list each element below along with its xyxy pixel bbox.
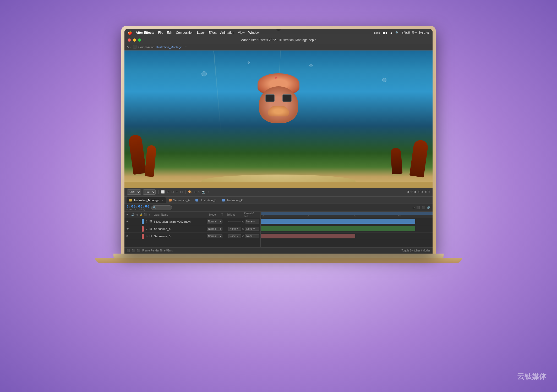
layer-3-trkmat[interactable]: None ▾ [228, 234, 241, 238]
layer-3-parent[interactable]: None ▾ [245, 234, 259, 238]
window-menu[interactable]: Window [248, 31, 260, 35]
close-panel-icon[interactable]: ✕ [127, 45, 129, 49]
layer-3-type-icon: 🎞 [150, 235, 153, 238]
track-row-2 [261, 225, 433, 233]
timeline-link-btn[interactable]: 🔗 [427, 206, 430, 209]
tracks-panel: 0s 2s 4s 6s [261, 212, 433, 247]
layer-2-mode-selector[interactable]: Normal ▾ [207, 227, 222, 231]
search-icon[interactable]: 🔍 [395, 31, 399, 35]
layer-2-color [142, 226, 144, 232]
guides-btn[interactable]: ⊡ [171, 190, 174, 194]
col-label: ⬛ [144, 213, 148, 216]
close-button[interactable] [128, 38, 131, 42]
comp-panel-header: ✕ ▪ ⬛ Composition Illustration_Montage ≡ [124, 44, 433, 51]
layer-1-mode-selector[interactable]: Normal ▾ [207, 220, 222, 223]
toggle-switches-modes[interactable]: Toggle Switches / Modes [401, 249, 430, 252]
preview-controls[interactable]: ⬛ [137, 249, 140, 252]
color-picker-btn[interactable]: 🎨 [188, 190, 192, 194]
app-name-menu[interactable]: After Effects [136, 31, 154, 35]
timeline-body: 👁 🔊 ◎ 🔒 ⬛ # Layer Name Mode T TrkMat [124, 212, 433, 247]
creature-face [259, 86, 298, 123]
tab-menu-icon[interactable]: ≡ [162, 199, 163, 201]
layer-2-parent[interactable]: None ▾ [245, 227, 259, 231]
animation-menu[interactable]: Animation [220, 31, 234, 35]
composition-menu[interactable]: Composition [176, 31, 193, 35]
layer-1-num: 1 [145, 220, 149, 223]
timeline-layer-btn[interactable]: ⬛ [416, 206, 420, 209]
layer-1-link-icon: ⊙ [242, 220, 244, 223]
bubble-2 [309, 64, 313, 67]
playhead-indicator[interactable] [261, 212, 261, 218]
layer-1-visibility[interactable]: 👁 [125, 220, 129, 223]
layer-1-name[interactable]: [illustration_anim_v002.mov] [154, 220, 206, 223]
current-timecode[interactable]: 0:00:00:00 [127, 204, 150, 208]
tab-sequence-a[interactable]: Sequence_A [166, 197, 192, 203]
composition-label: Composition [138, 46, 154, 49]
layer-menu[interactable]: Layer [197, 31, 205, 35]
eye-right [282, 94, 292, 102]
track-bar-1[interactable] [261, 219, 415, 224]
grid-btn[interactable]: ⊞ [167, 190, 169, 194]
layers-panel: 👁 🔊 ◎ 🔒 ⬛ # Layer Name Mode T TrkMat [124, 212, 261, 247]
timeline-options-btn[interactable]: ⇄ [412, 206, 415, 209]
layer-3-num: 3 [145, 235, 149, 238]
panel-menu-icon[interactable]: ≡ [185, 46, 187, 49]
tab-illustration-c[interactable]: Illustration_C [220, 197, 246, 203]
snapshot-btn[interactable]: ○ [207, 191, 209, 194]
edit-menu[interactable]: Edit [167, 31, 172, 35]
col-t-header: T [221, 213, 226, 216]
camera-btn[interactable]: 📷 [202, 190, 205, 194]
effect-menu[interactable]: Effect [209, 31, 216, 35]
layer-3-name[interactable]: Sequence_B [154, 235, 206, 238]
quality-selector[interactable]: Full [143, 189, 156, 195]
tab-illustration-b[interactable]: Illustration_B [193, 197, 219, 203]
tab-label-illus-b: Illustration_B [200, 199, 216, 202]
render-controls[interactable]: ⬛ [127, 249, 130, 252]
view-menu[interactable]: View [238, 31, 245, 35]
track-bar-2[interactable] [261, 226, 415, 231]
layer-search-input[interactable] [151, 205, 172, 210]
battery-icon: ▮▮▮ [383, 31, 387, 35]
file-menu[interactable]: File [158, 31, 163, 35]
ruler-mark-2s: 2s [307, 214, 310, 217]
col-audio-icon: 🔊 [131, 213, 134, 216]
watermark-text: 云钛媒体 [517, 372, 547, 380]
help-menu[interactable]: Help [374, 31, 380, 34]
timeline-switch-btn[interactable]: ⬛ [422, 206, 425, 209]
layer-1-color [142, 219, 144, 224]
apple-logo-icon[interactable]: 🍎 [128, 31, 132, 35]
tab-illustration-montage[interactable]: Illustration_Montage ≡ [127, 197, 166, 203]
minimize-button[interactable] [133, 38, 136, 42]
beak [268, 106, 289, 116]
tab-color-illus-c [222, 199, 225, 201]
rulers-btn[interactable]: ⊟ [176, 190, 178, 194]
layer-3-mode-selector[interactable]: Normal ▾ [207, 234, 222, 238]
mask-btn[interactable]: ⊠ [180, 190, 183, 194]
layer-3-visibility[interactable]: 👁 [125, 235, 129, 238]
color-value-display: +0.0 [194, 191, 200, 194]
tab-color-montage [129, 199, 132, 201]
layer-1-type-icon: 🎞 [150, 220, 153, 223]
audio-controls[interactable]: ⬛ [132, 249, 135, 252]
tab-color-seq-a [169, 199, 172, 201]
track-bar-3[interactable] [261, 234, 355, 238]
zoom-selector[interactable]: 50% [127, 189, 141, 195]
layer-1-parent[interactable]: None ▾ [245, 220, 259, 223]
toolbar-sep-2 [185, 190, 185, 194]
layer-2-name[interactable]: Sequence_A [154, 227, 206, 231]
ruler-mark-4s: 4s [353, 214, 356, 217]
work-area-bar [261, 212, 433, 215]
region-of-interest-btn[interactable]: ⬜ [161, 190, 165, 194]
fps-display: 00000 (30.00 fps) [127, 208, 150, 211]
viewport-toolbar: 50% Full ⬜ ⊞ ⊡ ⊟ ⊠ 🎨 +0.0 📷 ○ 0 [124, 188, 433, 196]
layer-1-trkmat[interactable] [228, 221, 241, 222]
layer-2-trkmat[interactable]: None ▾ [228, 227, 241, 231]
timeline-section: Illustration_Montage ≡ Sequence_A Illust… [124, 196, 433, 254]
creature-body [255, 81, 302, 133]
col-num: # [149, 213, 153, 216]
screen-inner: 🍎 After Effects File Edit Composition La… [124, 29, 433, 254]
layer-2-type-icon: 🎞 [150, 227, 153, 230]
timeline-header: 0:00:00:00 00000 (30.00 fps) ⇄ ⬛ ⬛ 🔗 [124, 204, 433, 212]
layer-2-visibility[interactable]: 👁 [125, 227, 129, 230]
maximize-button[interactable] [138, 38, 141, 42]
